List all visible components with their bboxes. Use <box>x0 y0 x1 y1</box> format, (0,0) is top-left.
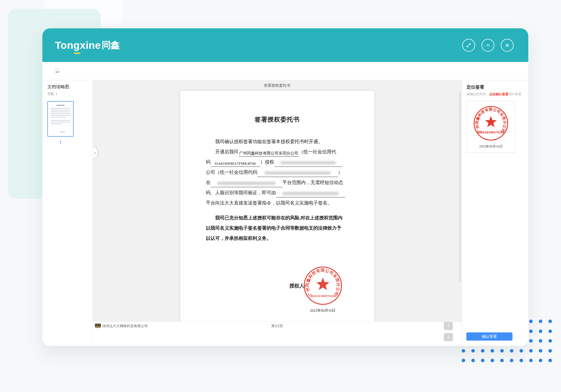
toolbar <box>42 62 528 80</box>
document-viewer: 签署授权委托书 签署授权委托书 我司确认授权签署功能在签署本授权委托书时开通。开… <box>93 80 462 346</box>
screen: Tongxine 同鑫 <box>0 0 561 392</box>
thumbnail-panel: 文档缩略图 页数: 1 1 <box>42 80 93 346</box>
document-line: 码91441900MA7FMK4F6K）授权 <box>206 157 349 167</box>
document-line: 平台向法大大直接发送签署指令，以我司名义实施电子签名。 <box>206 198 349 208</box>
decorative-dot <box>529 320 533 323</box>
decorative-dot <box>520 349 523 353</box>
document-line: 以我司名义实施电子签名签署的电子合同等数据电文的法律效力予 <box>206 223 349 233</box>
hint-suffix: 进行签署 <box>508 92 521 96</box>
decorative-dot <box>548 320 552 323</box>
page-thumbnail[interactable] <box>47 101 74 137</box>
decorative-dot <box>500 349 504 353</box>
document-line: 我司已充分知悉上述授权可能存在的风险,对在上述授权范围内 <box>206 213 349 223</box>
decorative-dot <box>520 359 523 362</box>
decorative-dot <box>539 339 542 343</box>
hint-emphasis: 点击确认签署 <box>489 92 508 96</box>
document-text: 码 <box>206 159 211 164</box>
expand-icon[interactable] <box>462 39 475 52</box>
thumbnail-line <box>51 122 70 122</box>
document-page: 签署授权委托书 我司确认授权签署功能在签署本授权委托书时开通。开通后我司广州同鑫… <box>180 91 374 322</box>
form-blank-redacted <box>276 191 345 197</box>
fadada-logo-icon <box>95 324 101 328</box>
sign-panel: 定位签署 请确认合同后，点击确认签署进行签署 广州同鑫科技有限公司东莞分公司58… <box>462 80 528 346</box>
document-text: 以认可，并承担相应权利义务。 <box>206 236 271 241</box>
form-blank-value: 91441900MA7FMK4F6K <box>214 161 256 166</box>
viewer-footer: 第1/1页 深圳法大大网络科技有限公司 <box>93 322 462 330</box>
document-line: 码、人脸识别等我司验证，即可由 <box>206 188 349 198</box>
decorative-dot <box>481 349 484 353</box>
sign-panel-title: 定位签署 <box>467 84 528 90</box>
provider-company-name: 深圳法大大网络科技有限公司 <box>102 324 148 329</box>
seal-graphic: 广州同鑫科技有限公司东莞分公司586618308970288 <box>472 105 509 142</box>
decorative-dot <box>462 349 465 353</box>
form-blank-filled: 91441900MA7FMK4F6K <box>211 160 260 167</box>
svg-text:586618308970288: 586618308970288 <box>309 294 336 298</box>
redacted-blur <box>217 182 276 185</box>
document-text: 平台范围内，无需经短信动态 <box>283 180 343 185</box>
document-sign-date: 2022年06月16日 <box>302 308 343 313</box>
thumbnail-line <box>51 124 61 124</box>
seal-graphic: 广州同鑫科技有限公司东莞分公司586618308970288 <box>302 265 343 306</box>
company-seal-preview: 广州同鑫科技有限公司东莞分公司586618308970288 <box>472 105 509 143</box>
document-line: 我司确认授权签署功能在签署本授权委托书时开通。 <box>206 136 349 147</box>
thumbnail-line <box>51 110 70 110</box>
thumbnail-line <box>51 117 66 117</box>
decorative-dot <box>471 359 475 362</box>
thumbnail-line <box>51 108 70 109</box>
seal-placement-box[interactable]: 广州同鑫科技有限公司东莞分公司586618308970288 2022年06月1… <box>467 101 515 153</box>
decorative-dot <box>471 349 475 353</box>
thumbnail-page-number: 1 <box>47 140 74 144</box>
decorative-dot <box>539 359 542 362</box>
decorative-dot <box>491 359 494 362</box>
dialog-body: 文档缩略图 页数: 1 1 签署授权委托书 <box>42 80 528 346</box>
scroll-down-button[interactable]: ↓ <box>444 333 453 341</box>
vertical-scrollbar[interactable] <box>459 92 461 282</box>
decorative-dot <box>548 329 552 333</box>
brand-logo: Tongxine 同鑫 <box>55 39 120 51</box>
scroll-up-button[interactable]: ↑ <box>444 322 453 330</box>
thumbnail-signature-mark <box>60 132 65 132</box>
document-text: ） <box>338 170 343 175</box>
document-paragraph: 我司已充分知悉上述授权可能存在的风险,对在上述授权范围内以我司名义实施电子签名签… <box>206 213 349 243</box>
document-text: 开通后我司 <box>215 149 239 154</box>
document-text: （统一社会信用代 <box>299 149 336 154</box>
decorative-dot <box>510 349 513 353</box>
form-blank-redacted <box>211 181 283 187</box>
confirm-sign-button[interactable]: 确认签署 <box>466 332 512 341</box>
document-line: 开通后我司广州同鑫科技有限公司东莞分公司（统一社会信用代 <box>206 147 349 157</box>
close-icon[interactable] <box>501 39 514 52</box>
thumbnail-line <box>51 113 70 114</box>
document-scroll-area[interactable]: 签署授权委托书 我司确认授权签署功能在签署本授权委托书时开通。开通后我司广州同鑫… <box>93 91 462 322</box>
form-blank-value: 广州同鑫科技有限公司东莞分公司 <box>239 151 298 155</box>
company-seal: 广州同鑫科技有限公司东莞分公司586618308970288 <box>302 265 343 307</box>
document-text: 以我司名义实施电子签名签署的电子合同等数据电文的法律效力予 <box>206 226 342 230</box>
thumbnail-line <box>51 115 70 116</box>
document-text: 码、人脸识别等我司验证，即可由 <box>206 190 276 195</box>
redacted-blur <box>264 171 330 175</box>
brand-logo-chinese: 同鑫 <box>102 39 120 51</box>
seal-preview-date: 2022年06月16日 <box>479 144 503 149</box>
svg-text:586618308970288: 586618308970288 <box>477 131 504 134</box>
logo-smile-icon <box>73 50 81 54</box>
decorative-dot <box>539 320 542 323</box>
decorative-dot <box>539 349 542 353</box>
decorative-dot <box>539 329 542 333</box>
chevron-up-icon-glyph <box>485 42 491 48</box>
page-indicator: 第1/1页 <box>93 324 462 329</box>
decorative-dot <box>500 359 504 362</box>
decorative-dot <box>491 349 494 353</box>
document-text: 公司（统一社会信用代码 <box>206 170 257 175</box>
document-line: 以认可，并承担相应权利义务。 <box>206 233 349 243</box>
page-nav-buttons: ↑ ↓ <box>444 322 453 341</box>
collapse-icon[interactable] <box>482 39 494 52</box>
footer-spacer <box>93 330 462 346</box>
decorative-dot <box>548 339 552 343</box>
provider-branding: 深圳法大大网络科技有限公司 <box>95 324 148 329</box>
dialog-header: Tongxine 同鑫 <box>42 28 528 62</box>
decorative-dot <box>529 329 533 333</box>
close-icon-glyph <box>504 42 510 48</box>
document-line: 在平台范围内，无需经短信动态 <box>206 177 349 188</box>
sign-dialog: Tongxine 同鑫 <box>42 28 528 346</box>
decorative-dot <box>481 359 484 362</box>
redacted-blur <box>282 192 339 195</box>
